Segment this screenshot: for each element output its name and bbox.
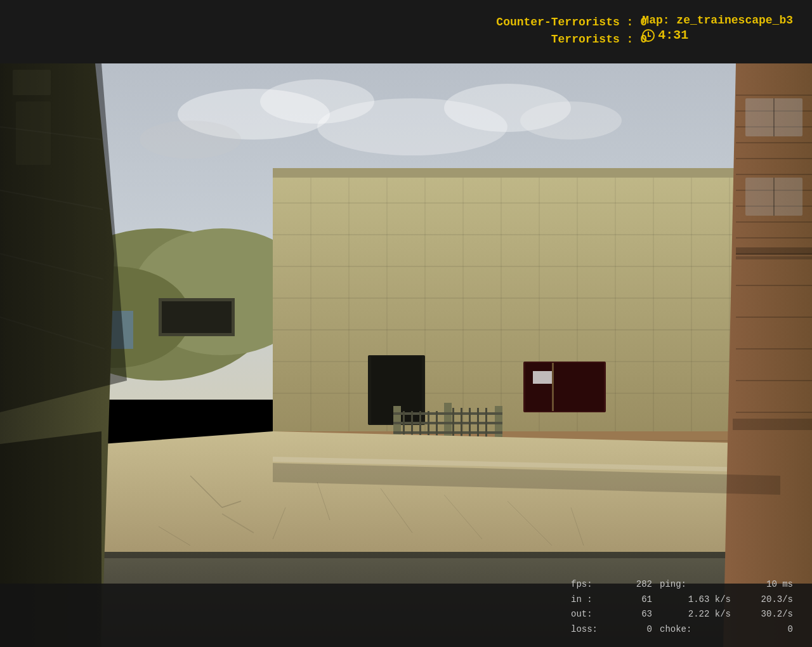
choke-value: 0 [736, 622, 793, 637]
stats-panel: fps: 282 ping: 10 ms in : 61 1.63 k/s 20… [571, 577, 793, 637]
out-value: 63 [622, 607, 660, 622]
timer-value: 4:31 [658, 28, 688, 42]
in-rate2: 20.3/s [736, 592, 793, 608]
ping-label: ping: [660, 577, 736, 592]
clock-icon [642, 29, 655, 42]
svg-marker-82 [723, 63, 812, 647]
map-name-line: Map: ze_trainescape_b3 [642, 14, 793, 27]
svg-rect-37 [525, 363, 604, 411]
scoreboard: Counter-Terrorists : 0 Terrorists : 0 [496, 14, 647, 48]
svg-point-5 [520, 101, 622, 140]
in-label: in : [571, 592, 622, 608]
out-rate2: 30.2/s [736, 607, 793, 622]
ct-score-line: Counter-Terrorists : 0 [496, 14, 647, 31]
game-container: Counter-Terrorists : 0 Terrorists : 0 Ma… [0, 0, 812, 647]
loss-label: loss: [571, 622, 622, 637]
svg-rect-33 [273, 168, 774, 178]
timer-line: 4:31 [642, 28, 793, 42]
svg-rect-105 [733, 419, 812, 430]
game-scene [0, 0, 812, 647]
map-name-value: ze_trainescape_b3 [676, 14, 793, 27]
t-score-line: Terrorists : 0 [496, 31, 647, 48]
ping-value: 10 ms [736, 577, 793, 592]
svg-rect-39 [533, 371, 552, 384]
map-info: Map: ze_trainescape_b3 4:31 [642, 14, 793, 42]
fps-value: 282 [622, 577, 660, 592]
stats-grid: fps: 282 ping: 10 ms in : 61 1.63 k/s 20… [571, 577, 793, 637]
out-label: out: [571, 607, 622, 622]
in-value: 61 [622, 592, 660, 608]
svg-marker-74 [0, 552, 812, 558]
svg-point-6 [140, 121, 241, 159]
svg-rect-12 [162, 301, 232, 333]
in-rate1: 1.63 k/s [660, 592, 736, 608]
svg-rect-38 [552, 363, 554, 411]
t-label: Terrorists : [551, 33, 634, 46]
svg-rect-104 [736, 256, 812, 259]
loss-value: 0 [622, 622, 660, 637]
svg-rect-103 [736, 247, 812, 255]
ct-label: Counter-Terrorists : [496, 16, 633, 29]
choke-label: choke: [660, 622, 736, 637]
map-label: Map: [642, 14, 669, 27]
fps-label: fps: [571, 577, 622, 592]
out-rate1: 2.22 k/s [660, 607, 736, 622]
